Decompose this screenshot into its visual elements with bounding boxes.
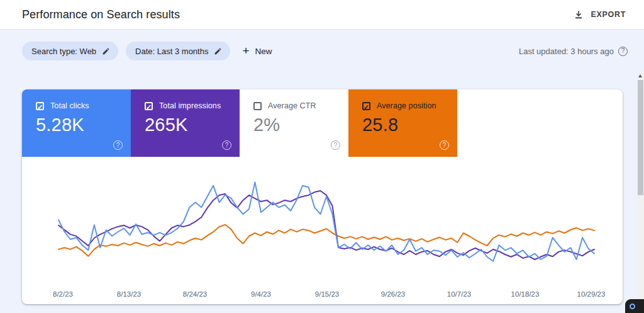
scrollbar-thumb[interactable] [638,80,643,195]
help-icon[interactable]: ? [331,140,340,150]
x-tick-label: 10/7/23 [447,290,471,298]
metric-card-total-clicks[interactable]: ✓ Total clicks 5.28K ? [22,89,131,157]
metric-label: Average CTR [268,101,316,110]
metric-value: 5.28K [36,115,122,135]
filter-chip-date[interactable]: Date: Last 3 months [126,42,230,60]
metric-card-average-position[interactable]: ✓ Average position 25.8 ? [348,89,457,157]
filter-bar: Search type: Web Date: Last 3 months + N… [22,42,628,60]
metric-cards-row: ✓ Total clicks 5.28K ? ✓ Total impressio… [22,89,623,157]
x-tick-label: 9/15/23 [315,290,339,298]
metric-value: 265K [145,115,231,135]
x-tick-label: 9/26/23 [381,290,405,298]
x-tick-label: 8/13/23 [117,290,141,298]
export-label: EXPORT [591,10,626,19]
performance-card: ✓ Total clicks 5.28K ? ✓ Total impressio… [22,89,623,304]
metric-label: Total impressions [159,101,221,110]
checkbox-average-position[interactable]: ✓ [362,102,370,110]
x-axis-tick-labels: 8/2/238/13/238/24/239/4/239/15/239/26/23… [53,290,605,298]
checkbox-average-ctr[interactable] [253,102,262,110]
metric-value: 2% [253,115,340,135]
scrollbar-up-arrow-icon[interactable] [638,74,642,77]
metric-label: Total clicks [50,101,89,110]
metric-card-average-ctr[interactable]: Average CTR 2% ? [240,89,348,157]
clicks-line [58,182,594,261]
performance-chart[interactable]: 8/2/238/13/238/24/239/4/239/15/239/26/23… [22,157,623,304]
help-icon[interactable]: ? [113,140,123,150]
new-filter-label: New [255,47,272,56]
new-filter-button[interactable]: + New [242,46,272,56]
pencil-icon [214,47,222,55]
checkbox-total-impressions[interactable]: ✓ [145,102,153,110]
filter-chip-search-type[interactable]: Search type: Web [22,42,118,60]
topbar: Performance on Search results EXPORT [0,0,644,30]
x-tick-label: 9/4/23 [251,290,271,298]
metric-label: Average position [377,101,436,110]
metric-card-total-impressions[interactable]: ✓ Total impressions 265K ? [131,89,240,157]
vertical-scrollbar[interactable] [637,72,644,313]
help-widget-button[interactable] [625,299,644,313]
last-updated-text: Last updated: 3 hours ago [519,47,614,56]
metric-value: 25.8 [362,115,448,135]
search-type-chip-label: Search type: Web [31,47,96,56]
date-chip-label: Date: Last 3 months [135,47,208,56]
x-tick-label: 10/18/23 [511,290,540,298]
download-icon [574,9,584,20]
help-icon[interactable]: ? [618,47,628,56]
x-tick-label: 8/24/23 [183,290,207,298]
export-button[interactable]: EXPORT [574,9,626,20]
impressions-line [58,191,594,259]
page-title: Performance on Search results [22,8,180,21]
pencil-icon [102,47,110,55]
help-icon[interactable]: ? [440,140,449,150]
last-updated: Last updated: 3 hours ago ? [519,47,628,56]
help-widget-icon [630,304,635,309]
plus-icon: + [242,46,249,56]
help-icon[interactable]: ? [222,140,231,150]
checkbox-total-clicks[interactable]: ✓ [36,102,44,110]
x-tick-label: 10/29/23 [577,290,606,298]
x-tick-label: 8/2/23 [53,290,73,298]
